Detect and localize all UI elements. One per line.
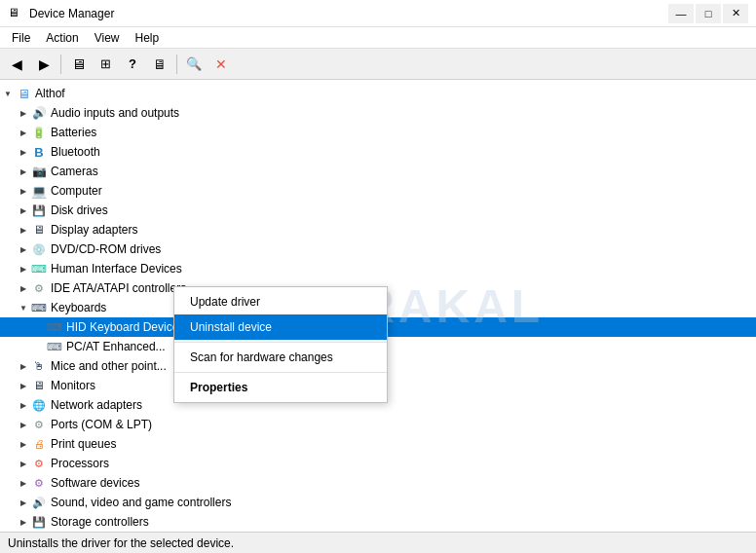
tree-root[interactable]: ▼ 🖥 Althof xyxy=(0,84,756,103)
pc-at-label: PC/AT Enhanced... xyxy=(66,340,166,353)
ide-icon: ⚙ xyxy=(31,280,47,296)
ctx-separator-2 xyxy=(174,372,387,373)
network-expand-icon: ▶ xyxy=(16,397,31,413)
tree-item-bluetooth[interactable]: ▶ B Bluetooth xyxy=(0,142,756,162)
disk-label: Disk drives xyxy=(51,203,108,217)
soft-label: Software devices xyxy=(51,476,139,490)
bluetooth-expand-icon: ▶ xyxy=(16,144,31,160)
ide-expand-icon: ▶ xyxy=(16,280,31,296)
tree-item-disk[interactable]: ▶ 💾 Disk drives xyxy=(0,201,756,220)
audio-expand-icon: ▶ xyxy=(16,105,31,121)
storage-icon: 💾 xyxy=(31,514,47,530)
tree-item-display[interactable]: ▶ 🖥 Display adapters xyxy=(0,220,756,240)
print-label: Print queues xyxy=(51,437,116,451)
ctx-uninstall-device[interactable]: Uninstall device xyxy=(174,314,387,340)
ctx-properties[interactable]: Properties xyxy=(174,375,387,400)
context-menu: Update driver Uninstall device Scan for … xyxy=(173,286,388,403)
status-text: Uninstalls the driver for the selected d… xyxy=(8,536,234,550)
monitors-label: Monitors xyxy=(51,379,95,392)
dvd-icon: 💿 xyxy=(31,241,47,257)
ports-label: Ports (COM & LPT) xyxy=(51,418,152,431)
cameras-expand-icon: ▶ xyxy=(16,164,31,179)
tree-item-dvd[interactable]: ▶ 💿 DVD/CD-ROM drives xyxy=(0,240,756,259)
dvd-expand-icon: ▶ xyxy=(16,241,31,257)
toolbar-uninstall-btn[interactable]: ✕ xyxy=(208,53,234,76)
menu-help[interactable]: Help xyxy=(128,29,168,47)
pc-at-icon: ⌨ xyxy=(47,339,62,354)
toolbar-scan-btn[interactable]: 🔍 xyxy=(181,53,207,76)
hid-label: Human Interface Devices xyxy=(51,262,182,276)
tree-item-print[interactable]: ▶ 🖨 Print queues xyxy=(0,434,756,454)
keyboards-expand-icon: ▼ xyxy=(16,300,31,315)
tree-item-hid[interactable]: ▶ ⌨ Human Interface Devices xyxy=(0,259,756,278)
bluetooth-label: Bluetooth xyxy=(51,145,100,159)
minimize-button[interactable]: — xyxy=(668,4,694,23)
close-button[interactable]: ✕ xyxy=(723,4,748,23)
menu-bar: File Action View Help xyxy=(0,27,756,49)
network-icon: 🌐 xyxy=(31,397,47,413)
ctx-scan-hardware[interactable]: Scan for hardware changes xyxy=(174,345,387,370)
menu-view[interactable]: View xyxy=(87,29,128,47)
display-expand-icon: ▶ xyxy=(16,222,31,238)
toolbar-properties-btn[interactable]: ⊞ xyxy=(93,53,118,76)
print-icon: 🖨 xyxy=(31,436,47,452)
cameras-label: Cameras xyxy=(51,165,98,178)
tree-item-audio[interactable]: ▶ 🔊 Audio inputs and outputs xyxy=(0,103,756,123)
soft-expand-icon: ▶ xyxy=(16,475,31,491)
root-icon: 🖥 xyxy=(16,86,31,101)
proc-label: Processors xyxy=(51,457,109,470)
cameras-icon: 📷 xyxy=(31,164,47,179)
mice-expand-icon: ▶ xyxy=(16,358,31,374)
title-bar: 🖥 Device Manager — □ ✕ xyxy=(0,0,756,27)
tree-item-soft[interactable]: ▶ ⚙ Software devices xyxy=(0,473,756,493)
tree-item-batteries[interactable]: ▶ 🔋 Batteries xyxy=(0,123,756,142)
toolbar-sep-2 xyxy=(176,55,177,74)
display-icon: 🖥 xyxy=(31,222,47,238)
tree-item-ports[interactable]: ▶ ⚙ Ports (COM & LPT) xyxy=(0,415,756,434)
hid-kb-label: HID Keyboard Device xyxy=(66,320,178,334)
root-expand-icon: ▼ xyxy=(0,86,16,101)
batteries-expand-icon: ▶ xyxy=(16,125,31,140)
root-label: Althof xyxy=(35,87,65,100)
toolbar-device-btn[interactable]: 🖥 xyxy=(147,53,172,76)
bluetooth-icon: B xyxy=(31,144,47,160)
display-label: Display adapters xyxy=(51,223,137,237)
proc-expand-icon: ▶ xyxy=(16,456,31,471)
tree-item-cameras[interactable]: ▶ 📷 Cameras xyxy=(0,162,756,181)
ports-expand-icon: ▶ xyxy=(16,417,31,432)
storage-label: Storage controllers xyxy=(51,515,149,529)
menu-action[interactable]: Action xyxy=(38,29,86,47)
keyboards-label: Keyboards xyxy=(51,301,106,314)
soft-icon: ⚙ xyxy=(31,475,47,491)
toolbar-help-btn[interactable]: ? xyxy=(120,53,145,76)
menu-file[interactable]: File xyxy=(4,29,38,47)
ports-icon: ⚙ xyxy=(31,417,47,432)
monitors-expand-icon: ▶ xyxy=(16,378,31,393)
ctx-update-driver[interactable]: Update driver xyxy=(174,289,387,314)
computer-expand-icon: ▶ xyxy=(16,183,31,199)
audio-icon: 🔊 xyxy=(31,105,47,121)
main-area: ▼ 🖥 Althof ▶ 🔊 Audio inputs and outputs … xyxy=(0,80,756,532)
maximize-button[interactable]: □ xyxy=(696,4,721,23)
batteries-label: Batteries xyxy=(51,126,96,139)
title-bar-title: Device Manager xyxy=(29,7,668,20)
toolbar-back[interactable]: ◀ xyxy=(4,53,29,76)
toolbar-sep-1 xyxy=(60,55,61,74)
tree-item-sound[interactable]: ▶ 🔊 Sound, video and game controllers xyxy=(0,493,756,512)
tree-item-computer[interactable]: ▶ 💻 Computer xyxy=(0,181,756,201)
proc-icon: ⚙ xyxy=(31,456,47,471)
storage-expand-icon: ▶ xyxy=(16,514,31,530)
tree-item-proc[interactable]: ▶ ⚙ Processors xyxy=(0,454,756,473)
tree-item-storage[interactable]: ▶ 💾 Storage controllers xyxy=(0,512,756,532)
ide-label: IDE ATA/ATAPI controllers xyxy=(51,281,186,295)
sound-icon: 🔊 xyxy=(31,495,47,510)
sound-label: Sound, video and game controllers xyxy=(51,496,231,509)
sound-expand-icon: ▶ xyxy=(16,495,31,510)
toolbar-computer[interactable]: 🖥 xyxy=(65,53,91,76)
keyboards-icon: ⌨ xyxy=(31,300,47,315)
toolbar-forward[interactable]: ▶ xyxy=(31,53,57,76)
hid-kb-icon: ⌨ xyxy=(47,319,62,335)
toolbar: ◀ ▶ 🖥 ⊞ ? 🖥 🔍 ✕ xyxy=(0,49,756,80)
print-expand-icon: ▶ xyxy=(16,436,31,452)
audio-label: Audio inputs and outputs xyxy=(51,106,179,120)
